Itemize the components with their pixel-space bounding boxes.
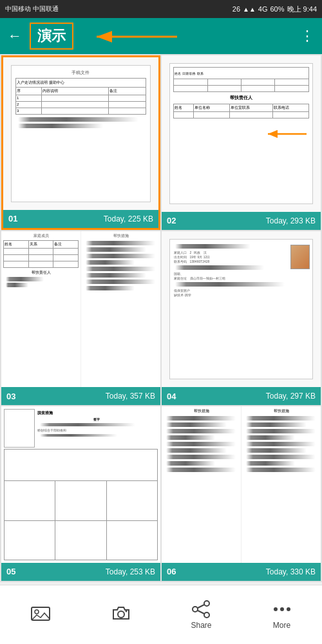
more-label: More <box>273 621 290 630</box>
photo-grid: 手稿文件 入户走访情况说明 援助中心 序内容说明备注 1 2 3 01 Toda… <box>0 54 322 582</box>
svg-point-10 <box>204 612 209 618</box>
battery-text: 60% <box>270 5 285 13</box>
grid-item-01[interactable]: 手稿文件 入户走访情况说明 援助中心 序内容说明备注 1 2 3 01 Toda… <box>1 55 160 230</box>
grid-label-04: 04 Today, 297 KB <box>162 387 321 405</box>
grid-image-01: 手稿文件 入户走访情况说明 援助中心 序内容说明备注 1 2 3 <box>3 57 158 210</box>
more-options-button[interactable]: More <box>242 595 322 635</box>
time-text: 晚上 9:44 <box>287 5 317 14</box>
grid-image-03: 家庭成员 姓名关系备注 帮扶责任人 帮扶措施 <box>1 231 160 388</box>
svg-line-12 <box>198 611 204 614</box>
svg-point-8 <box>204 601 209 606</box>
grid-info-02: Today, 293 KB <box>266 216 316 225</box>
svg-point-9 <box>193 607 198 612</box>
svg-point-15 <box>287 607 290 611</box>
gallery-button[interactable] <box>0 600 80 630</box>
grid-label-06: 06 Today, 330 KB <box>162 563 321 581</box>
grid-info-04: Today, 297 KB <box>266 392 316 401</box>
status-right: 26 ▲▲ 4G 60% 晚上 9:44 <box>232 5 317 14</box>
id-photo <box>290 245 310 269</box>
network-icon: ▲▲ <box>243 6 256 13</box>
grid-item-03[interactable]: 家庭成员 姓名关系备注 帮扶责任人 帮扶措施 <box>1 231 160 406</box>
doc-arrow-02 <box>265 128 310 140</box>
bottom-toolbar: Share More <box>0 585 322 644</box>
grid-label-01: 01 Today, 225 KB <box>3 210 158 228</box>
grid-num-02: 02 <box>167 216 176 225</box>
signal-text: 26 <box>232 5 240 13</box>
grid-image-05: 脱贫措施 签字 精创综合干部助推和 <box>1 406 160 563</box>
grid-label-05: 05 Today, 253 KB <box>1 563 160 581</box>
grid-num-04: 04 <box>167 392 176 401</box>
svg-point-14 <box>280 607 284 611</box>
grid-item-05[interactable]: 脱贫措施 签字 精创综合干部助推和 05 Today, 253 KB <box>1 406 160 581</box>
grid-num-03: 03 <box>6 392 15 401</box>
more-button[interactable]: ⋮ <box>300 28 314 44</box>
camera-icon <box>111 605 131 623</box>
svg-point-7 <box>125 610 127 612</box>
carrier-text: 中国移动 中国联通 <box>5 5 59 14</box>
grid-item-04[interactable]: 家庭人口 2 民族 汉 出生时间 19年 9月 12日 联系号码 138460T… <box>162 231 321 406</box>
status-bar: 中国移动 中国联通 26 ▲▲ 4G 60% 晚上 9:44 <box>0 0 322 18</box>
lte-text: 4G <box>258 5 268 13</box>
title-arrow <box>90 27 180 46</box>
svg-rect-4 <box>32 607 50 620</box>
grid-item-02[interactable]: 姓名 日期 职务 联系 帮扶责任人 姓名单位名称单位室联系联系电话 <box>162 55 321 230</box>
page-title: 演示 <box>30 23 73 50</box>
grid-num-05: 05 <box>6 567 15 576</box>
grid-image-06: 帮扶措施 帮扶措施 <box>162 406 321 563</box>
svg-point-5 <box>35 610 39 614</box>
grid-info-01: Today, 225 KB <box>104 214 153 223</box>
grid-info-05: Today, 253 KB <box>106 567 155 576</box>
top-bar: ← 演示 ⋮ <box>0 18 322 54</box>
grid-num-01: 01 <box>8 214 17 223</box>
gallery-icon <box>30 605 51 623</box>
grid-num-06: 06 <box>167 567 176 576</box>
grid-label-02: 02 Today, 293 KB <box>162 212 321 230</box>
grid-info-06: Today, 330 KB <box>266 567 316 576</box>
status-left: 中国移动 中国联通 <box>5 5 59 14</box>
grid-item-06[interactable]: 帮扶措施 帮扶措施 <box>162 406 321 581</box>
camera-button[interactable] <box>80 600 161 630</box>
share-button[interactable]: Share <box>161 595 242 635</box>
grid-image-04: 家庭人口 2 民族 汉 出生时间 19年 9月 12日 联系号码 138460T… <box>162 231 321 388</box>
grid-label-03: 03 Today, 357 KB <box>1 387 160 405</box>
share-icon <box>191 600 212 618</box>
share-label: Share <box>191 621 211 630</box>
svg-point-6 <box>118 611 124 618</box>
grid-info-03: Today, 357 KB <box>106 392 155 401</box>
more-dots-icon <box>272 600 292 618</box>
svg-point-13 <box>274 607 278 611</box>
grid-image-02: 姓名 日期 职务 联系 帮扶责任人 姓名单位名称单位室联系联系电话 <box>162 55 321 212</box>
back-button[interactable]: ← <box>8 28 22 44</box>
svg-line-11 <box>198 605 204 608</box>
